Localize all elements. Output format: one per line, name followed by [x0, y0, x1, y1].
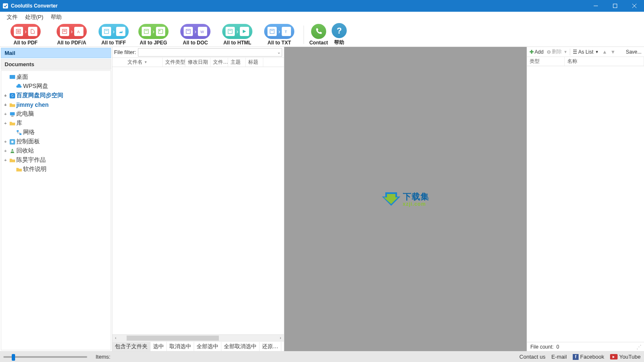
- zoom-slider[interactable]: [3, 356, 87, 358]
- tool-label: Contact: [309, 40, 328, 46]
- tree-label: 回收站: [16, 147, 34, 155]
- minimize-button[interactable]: [586, 0, 605, 12]
- tool-all-to-tiff[interactable]: › All to TIFF: [96, 24, 132, 46]
- download-arrow-icon: [382, 191, 400, 208]
- svg-rect-2: [613, 4, 617, 8]
- file-columns-header: 文件名▼ 文件类型 修改日期 文件… 主题 标题: [112, 58, 284, 67]
- contact-us-link[interactable]: Contact us: [519, 354, 545, 360]
- email-link[interactable]: E-mail: [551, 354, 567, 360]
- tree-baidu[interactable]: +百度网盘同步空间: [1, 91, 111, 100]
- col-filetype[interactable]: 文件类型: [163, 58, 185, 67]
- tree-jimmy[interactable]: +jimmy chen: [1, 100, 111, 109]
- youtube-link[interactable]: YouTube: [610, 354, 641, 360]
- doc-icon: [226, 27, 235, 36]
- tool-help[interactable]: ? 帮助: [331, 23, 348, 46]
- filter-combo[interactable]: ⌄: [138, 48, 282, 57]
- menu-process[interactable]: 处理(P): [22, 12, 47, 22]
- menu-file[interactable]: 文件: [3, 12, 21, 22]
- jpeg-icon: [156, 27, 165, 36]
- btn-check[interactable]: 选中: [151, 342, 167, 351]
- file-list[interactable]: [112, 67, 284, 334]
- svg-rect-22: [228, 29, 232, 34]
- btn-include-subfolders[interactable]: 包含子文件夹: [112, 342, 151, 351]
- file-count-value: 0: [556, 344, 559, 350]
- tool-all-to-pdfa[interactable]: ›A All to PDF/A: [49, 24, 94, 46]
- delete-button[interactable]: ⊖删除▼: [546, 48, 568, 56]
- scroll-left-icon[interactable]: ‹: [112, 336, 119, 340]
- btn-restore[interactable]: 还原…: [260, 342, 281, 351]
- output-list[interactable]: [527, 66, 644, 342]
- col-file[interactable]: 文件…: [210, 58, 228, 67]
- col-modified[interactable]: 修改日期: [185, 58, 210, 67]
- resize-grip-icon[interactable]: ⋰: [636, 344, 641, 350]
- tree-label: 桌面: [16, 73, 28, 81]
- horizontal-scrollbar[interactable]: ‹ ›: [112, 334, 284, 341]
- plus-icon: ✚: [530, 49, 534, 55]
- facebook-link[interactable]: fFacebook: [573, 354, 604, 360]
- tool-label: All to DOC: [183, 40, 208, 46]
- doc-icon: [267, 27, 277, 36]
- scroll-thumb[interactable]: [127, 336, 219, 341]
- svg-rect-29: [10, 112, 14, 115]
- close-button[interactable]: [625, 0, 644, 12]
- tiff-icon: [116, 27, 125, 36]
- folder-icon: [9, 157, 16, 163]
- preview-panel: 下载集 xzji.com: [284, 47, 527, 351]
- tool-contact[interactable]: Contact: [308, 24, 329, 46]
- separator: [570, 49, 570, 55]
- folder-icon: [16, 166, 22, 173]
- tree-label: 控制面板: [16, 138, 40, 145]
- col-type[interactable]: 类型: [527, 57, 565, 66]
- menu-help[interactable]: 帮助: [47, 12, 65, 22]
- doc-icon: [14, 27, 23, 36]
- tree-thispc[interactable]: +此电脑: [1, 109, 111, 119]
- tree-controlpanel[interactable]: +控制面板: [1, 137, 111, 146]
- tree-desktop[interactable]: 桌面: [1, 72, 111, 82]
- watermark-text2: xzji.com: [403, 201, 429, 207]
- btn-checkall[interactable]: 全部选中: [194, 342, 221, 351]
- move-up-button[interactable]: ▲: [601, 49, 608, 55]
- doc-icon: [142, 27, 151, 36]
- save-button[interactable]: Save...: [625, 49, 642, 55]
- col-filename[interactable]: 文件名▼: [112, 58, 163, 67]
- tree-recycle[interactable]: +回收站: [1, 146, 111, 155]
- folder-icon: [9, 101, 16, 108]
- col-subject[interactable]: 主题: [228, 58, 246, 67]
- documents-header[interactable]: Documents: [1, 59, 111, 70]
- btn-uncheckall[interactable]: 全部取消选中: [221, 342, 260, 351]
- tool-all-to-txt[interactable]: ›T All to TXT: [259, 24, 299, 46]
- toolbar-separator: [304, 26, 304, 44]
- view-mode-button[interactable]: ☰As List▼: [572, 49, 600, 55]
- network-icon: [16, 129, 22, 136]
- tree-label: 陈昊宇作品: [16, 156, 46, 164]
- tree-chen[interactable]: +陈昊宇作品: [1, 155, 111, 165]
- col-title[interactable]: 标题: [246, 58, 263, 67]
- tree-network[interactable]: 网络: [1, 128, 111, 137]
- scroll-right-icon[interactable]: ›: [277, 336, 284, 340]
- slider-knob[interactable]: [12, 354, 15, 361]
- youtube-icon: [610, 354, 618, 359]
- col-name[interactable]: 名称: [565, 57, 644, 66]
- svg-rect-24: [270, 29, 274, 34]
- move-down-button[interactable]: ▼: [610, 49, 616, 55]
- filter-label: File filter:: [114, 49, 136, 55]
- tree-library[interactable]: +库: [1, 119, 111, 128]
- tool-all-to-jpeg[interactable]: › All to JPEG: [133, 24, 174, 46]
- tree-label: 百度网盘同步空间: [16, 92, 63, 99]
- computer-icon: [9, 111, 16, 117]
- tool-label: 帮助: [334, 39, 344, 46]
- btn-uncheck[interactable]: 取消选中: [167, 342, 194, 351]
- selection-bar: 包含子文件夹 选中 取消选中 全部选中 全部取消选中 还原…: [112, 341, 284, 351]
- svg-text:T: T: [285, 30, 287, 34]
- folder-tree[interactable]: 桌面 WPS网盘 +百度网盘同步空间 +jimmy chen +此电脑 +库 网…: [1, 70, 111, 350]
- tool-all-to-pdf[interactable]: › All to PDF: [3, 24, 48, 46]
- maximize-button[interactable]: [605, 0, 625, 12]
- tool-all-to-html[interactable]: › All to HTML: [217, 24, 257, 46]
- tree-wps[interactable]: WPS网盘: [1, 82, 111, 91]
- sync-icon: [9, 92, 16, 99]
- add-button[interactable]: ✚Add: [529, 49, 544, 55]
- mail-header[interactable]: Mail: [1, 48, 111, 58]
- tree-softdesc[interactable]: 软件说明: [1, 165, 111, 174]
- arrow-up-icon: ▲: [602, 49, 607, 55]
- tool-all-to-doc[interactable]: ›W All to DOC: [175, 24, 216, 46]
